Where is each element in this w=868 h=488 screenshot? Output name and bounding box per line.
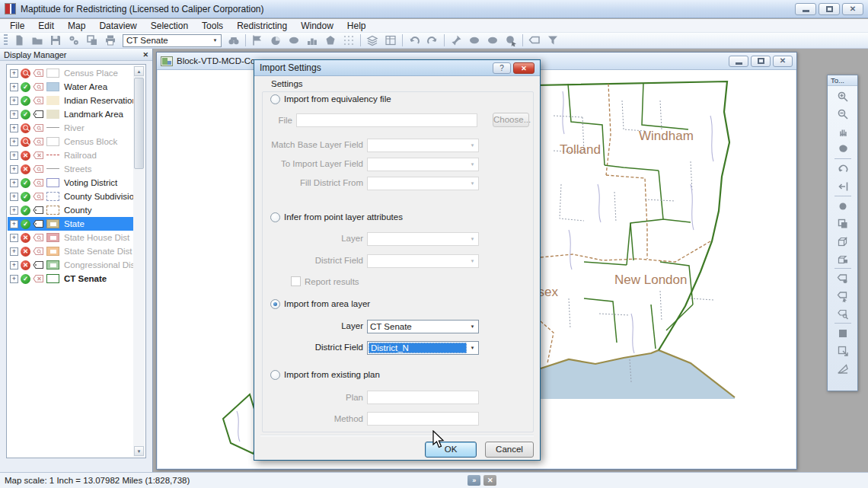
layer-style-swatch[interactable] xyxy=(46,206,59,215)
expand-plus-icon[interactable]: + xyxy=(10,152,18,160)
menu-file[interactable]: File xyxy=(3,19,31,33)
area-district-field-combo[interactable]: District_N▼ xyxy=(367,341,479,355)
layer-row-ct-senate[interactable]: +✓CT Senate xyxy=(8,272,133,285)
toolbar-grip[interactable] xyxy=(4,34,8,46)
layer-style-swatch[interactable] xyxy=(46,192,59,201)
menu-edit[interactable]: Edit xyxy=(31,19,61,33)
toolbar-button-dataview[interactable] xyxy=(381,33,400,48)
layer-row-water-area[interactable]: +✓Water Area xyxy=(8,80,133,94)
label-tag-icon[interactable] xyxy=(33,260,44,270)
visible-check-icon[interactable]: ✓ xyxy=(21,274,30,284)
layer-row-railroad[interactable]: +✕Railroad xyxy=(8,148,133,162)
cancel-button[interactable]: Cancel xyxy=(485,442,534,458)
layer-style-swatch[interactable] xyxy=(46,82,59,91)
layer-row-state-senate-dist[interactable]: +✕State Senate Dist xyxy=(8,244,133,258)
visible-check-icon[interactable]: ✓ xyxy=(21,96,30,106)
tool-button-lock-cubes[interactable] xyxy=(833,250,853,267)
layer-row-voting-district[interactable]: +✓Voting District xyxy=(8,176,133,190)
layer-row-indian-reservation[interactable]: +✓Indian Reservation xyxy=(8,94,133,107)
layer-row-congressional-dist[interactable]: +✕Congressional Dist xyxy=(8,258,133,272)
radio-import-equivalency-file[interactable] xyxy=(270,94,280,104)
hidden-x-icon[interactable]: ✕ xyxy=(21,247,30,257)
visible-check-icon[interactable]: ✓ xyxy=(21,219,30,229)
toolbar-button-pin[interactable] xyxy=(447,33,465,48)
layer-row-county-subdivision[interactable]: +✓County Subdivision xyxy=(8,190,133,203)
active-layer-combo[interactable]: CT Senate▼ xyxy=(123,34,222,47)
layer-row-streets[interactable]: +✕Streets xyxy=(8,162,133,176)
label-tag-icon[interactable] xyxy=(33,178,44,187)
tool-button-tag-query[interactable] xyxy=(833,305,853,322)
toolbar-button-circle-pointer[interactable] xyxy=(502,33,520,48)
toolbar-button-oval[interactable] xyxy=(285,33,303,48)
toolbar-button-undo[interactable] xyxy=(405,33,423,48)
menu-selection[interactable]: Selection xyxy=(144,19,195,33)
hidden-x-icon[interactable]: ✕ xyxy=(21,164,30,174)
map-minimize-button[interactable] xyxy=(729,56,748,67)
label-tag-icon[interactable] xyxy=(33,233,44,242)
radio-infer-point-layer[interactable] xyxy=(270,212,280,222)
layer-row-county[interactable]: +✓County xyxy=(8,203,133,217)
label-tag-icon[interactable] xyxy=(33,69,44,78)
tool-button-resize-window[interactable] xyxy=(833,342,853,359)
expand-plus-icon[interactable]: + xyxy=(10,179,18,187)
tool-button-point-tool[interactable] xyxy=(833,197,853,215)
layer-style-swatch[interactable] xyxy=(46,260,59,270)
tool-button-tag-target[interactable] xyxy=(833,270,853,287)
expand-plus-icon[interactable]: + xyxy=(10,124,18,132)
layer-style-swatch[interactable] xyxy=(46,233,59,242)
map-close-button[interactable]: ✕ xyxy=(773,56,793,67)
expand-plus-icon[interactable]: + xyxy=(10,165,18,174)
menu-map[interactable]: Map xyxy=(61,19,92,33)
toolbar-button-pie-chart[interactable] xyxy=(266,33,285,48)
toolbar-button-new-document[interactable] xyxy=(10,33,28,48)
label-tag-icon[interactable] xyxy=(33,123,44,132)
toolbar-button-copy-shapes[interactable] xyxy=(83,33,101,48)
minimize-button[interactable] xyxy=(795,3,816,15)
toolbar-button-binoculars[interactable] xyxy=(225,33,243,48)
scrollbar-thumb[interactable] xyxy=(134,78,144,169)
area-layer-combo[interactable]: CT Senate▼ xyxy=(367,320,479,333)
dialog-close-icon[interactable]: ✕ xyxy=(513,62,535,74)
layer-style-swatch[interactable] xyxy=(46,178,59,187)
expand-plus-icon[interactable]: + xyxy=(10,110,18,119)
toolbar-button-oval[interactable] xyxy=(465,33,483,48)
tool-button-pan-hand[interactable] xyxy=(833,123,853,140)
expand-plus-icon[interactable]: + xyxy=(10,275,18,283)
layer-style-swatch[interactable] xyxy=(46,219,59,228)
zoom-restricted-icon[interactable] xyxy=(21,137,30,147)
layer-list-scrollbar[interactable]: ▲ ▼ xyxy=(133,65,145,457)
tool-button-filled-square[interactable] xyxy=(833,324,853,342)
menu-help[interactable]: Help xyxy=(340,19,373,33)
layer-style-swatch[interactable] xyxy=(46,96,59,105)
label-tag-icon[interactable] xyxy=(33,110,44,119)
visible-check-icon[interactable]: ✓ xyxy=(21,206,30,215)
visible-check-icon[interactable]: ✓ xyxy=(21,192,30,202)
radio-label-area-layer[interactable]: Import from area layer xyxy=(284,299,370,308)
map-restore-button[interactable] xyxy=(751,56,771,67)
hidden-x-icon[interactable]: ✕ xyxy=(21,260,30,270)
expand-plus-icon[interactable]: + xyxy=(10,138,18,146)
expand-plus-icon[interactable]: + xyxy=(10,193,18,201)
label-tag-icon[interactable] xyxy=(33,247,44,256)
expand-plus-icon[interactable]: + xyxy=(10,261,18,270)
toolbar-button-gears[interactable] xyxy=(65,33,83,48)
layer-row-state-house-dist[interactable]: +✕State House Dist xyxy=(8,231,133,244)
tool-button-select-shape[interactable] xyxy=(833,140,853,158)
menu-redistricting[interactable]: Redistricting xyxy=(230,19,294,33)
toolbar-button-tag[interactable] xyxy=(525,33,544,48)
layer-style-swatch[interactable] xyxy=(46,151,59,160)
zoom-restricted-icon[interactable] xyxy=(21,69,30,78)
label-tag-icon[interactable] xyxy=(33,164,44,174)
label-tag-icon[interactable] xyxy=(33,151,44,160)
layer-style-swatch[interactable] xyxy=(46,274,59,283)
menu-dataview[interactable]: Dataview xyxy=(92,19,143,33)
expand-plus-icon[interactable]: + xyxy=(10,247,18,256)
hidden-x-icon[interactable]: ✕ xyxy=(21,151,30,161)
visible-check-icon[interactable]: ✓ xyxy=(21,178,30,188)
expand-plus-icon[interactable]: + xyxy=(10,234,18,242)
toolbar-button-save[interactable] xyxy=(46,33,65,48)
tool-button-measure[interactable] xyxy=(833,359,853,377)
toolbar-button-print[interactable] xyxy=(101,33,120,48)
radio-import-existing-plan[interactable] xyxy=(270,370,280,380)
tool-button-stack-cubes[interactable] xyxy=(833,232,853,250)
